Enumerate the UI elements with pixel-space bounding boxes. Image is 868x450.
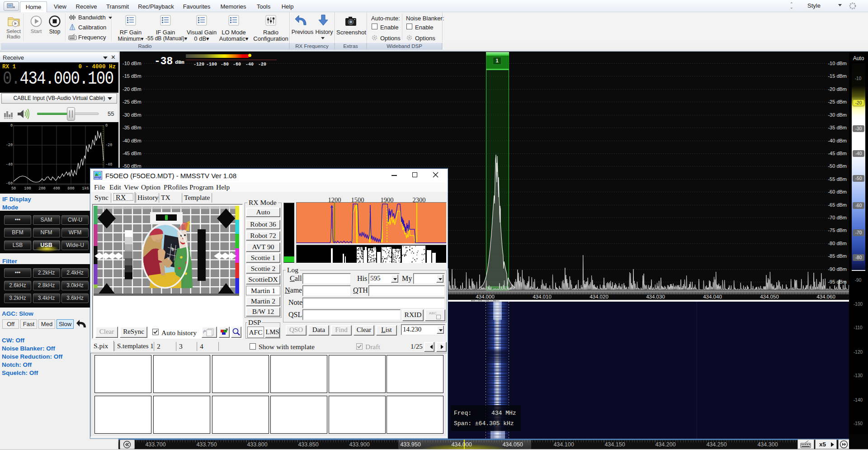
svg-text:b: b <box>172 247 174 252</box>
svg-text:SSTV: SSTV <box>95 176 102 179</box>
